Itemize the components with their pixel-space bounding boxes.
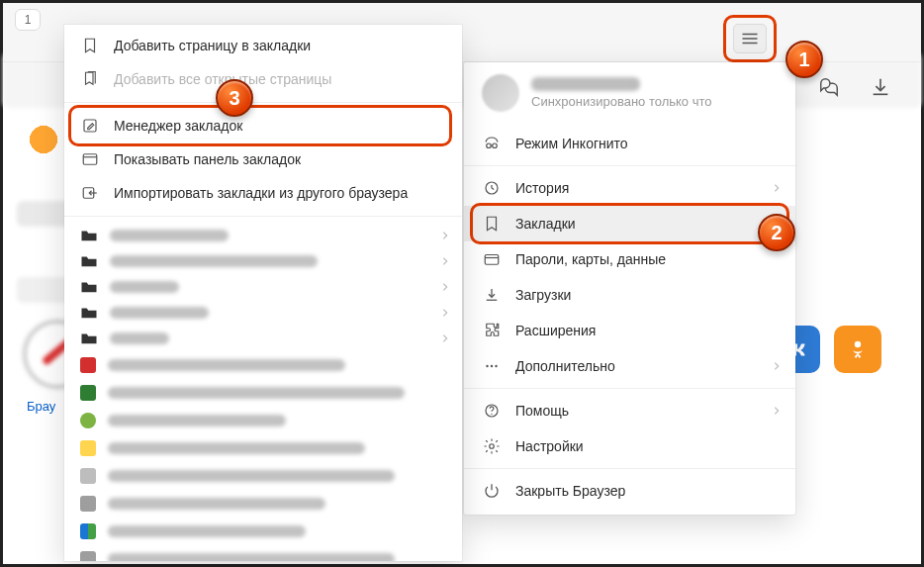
power-icon xyxy=(482,482,502,500)
bookmark-label xyxy=(108,442,365,454)
folder-icon xyxy=(80,306,98,320)
svg-point-19 xyxy=(491,414,492,415)
menu-settings[interactable]: Настройки xyxy=(464,428,795,464)
bookmark-item[interactable] xyxy=(64,407,462,434)
svg-point-10 xyxy=(855,341,861,347)
bookmark-label xyxy=(108,387,405,399)
menu-incognito[interactable]: Режим Инкогнито xyxy=(464,126,795,161)
menu-close-browser[interactable]: Закрыть Браузер xyxy=(464,473,795,509)
bookmark-label xyxy=(108,553,395,561)
menu-label: Расширения xyxy=(515,323,596,338)
folder-label xyxy=(110,332,169,344)
svg-point-20 xyxy=(490,444,495,449)
bookmark-item[interactable] xyxy=(64,351,462,379)
chevron-right-icon xyxy=(440,331,450,346)
submenu-label: Импортировать закладки из другого браузе… xyxy=(114,185,408,201)
user-name xyxy=(531,77,640,91)
chevron-right-icon xyxy=(440,253,450,269)
menu-label: Загрузки xyxy=(515,287,571,303)
favicon-icon xyxy=(80,468,96,484)
chevron-right-icon xyxy=(440,279,450,295)
bookmark-item[interactable] xyxy=(64,545,462,561)
callout-frame-1 xyxy=(723,15,777,62)
menu-more[interactable]: Дополнительно xyxy=(464,348,795,384)
bookmark-folder[interactable] xyxy=(64,248,462,274)
feedback-icon[interactable] xyxy=(818,76,840,98)
callout-badge-1: 1 xyxy=(785,41,823,78)
chevron-right-icon xyxy=(772,358,782,374)
menu-history[interactable]: История xyxy=(464,170,795,206)
menu-label: Закладки xyxy=(515,216,576,232)
svg-point-15 xyxy=(486,365,488,367)
favicon-icon xyxy=(80,385,96,401)
user-profile-row[interactable]: Синхронизировано только что xyxy=(464,62,795,126)
svg-point-11 xyxy=(487,143,492,148)
submenu-label: Менеджер закладок xyxy=(114,118,242,134)
bookmark-folder[interactable] xyxy=(64,300,462,326)
edit-box-icon xyxy=(80,117,100,135)
menu-label: История xyxy=(515,180,569,196)
downloads-toolbar-icon[interactable] xyxy=(870,76,891,98)
bookmark-item[interactable] xyxy=(64,462,462,490)
svg-rect-22 xyxy=(83,154,97,165)
submenu-import[interactable]: Импортировать закладки из другого браузе… xyxy=(64,176,462,210)
bookmark-item[interactable] xyxy=(64,518,462,545)
folder-icon xyxy=(80,229,98,242)
chevron-right-icon xyxy=(440,228,450,243)
menu-label: Дополнительно xyxy=(515,358,615,374)
bookmarks-submenu: Добавить страницу в закладки Добавить вс… xyxy=(64,25,462,561)
ok-shortcut[interactable] xyxy=(834,326,881,373)
bookmark-label xyxy=(108,498,325,510)
folder-label xyxy=(110,230,229,241)
favicon-icon xyxy=(80,551,96,561)
submenu-show-bar[interactable]: Показывать панель закладок xyxy=(64,142,462,176)
menu-label: Помощь xyxy=(515,403,569,419)
svg-point-12 xyxy=(493,143,498,148)
svg-rect-14 xyxy=(485,255,499,265)
menu-downloads[interactable]: Загрузки xyxy=(464,277,795,313)
submenu-add-all: Добавить все открытые страницы xyxy=(64,62,462,96)
bookmark-item[interactable] xyxy=(64,490,462,518)
panel-icon xyxy=(80,150,100,168)
main-menu: Синхронизировано только что Режим Инкогн… xyxy=(464,62,795,515)
callout-badge-3: 3 xyxy=(216,79,253,117)
site-favicon xyxy=(27,123,60,156)
bookmark-folder[interactable] xyxy=(64,326,462,351)
bookmark-item[interactable] xyxy=(64,434,462,462)
bookmark-item[interactable] xyxy=(64,379,462,407)
bookmark-icon xyxy=(482,215,502,233)
menu-passwords[interactable]: Пароли, карты, данные xyxy=(464,241,795,277)
sync-status: Синхронизировано только что xyxy=(531,94,712,109)
submenu-bookmark-manager[interactable]: Менеджер закладок xyxy=(64,109,462,142)
favicon-icon xyxy=(80,496,96,512)
bookmark-folder[interactable] xyxy=(64,274,462,300)
svg-point-16 xyxy=(491,365,493,367)
gear-icon xyxy=(482,437,502,455)
bookmark-label xyxy=(108,359,345,371)
folder-label xyxy=(110,255,318,267)
bookmark-label xyxy=(108,525,306,537)
menu-bookmarks[interactable]: Закладки xyxy=(464,206,795,241)
menu-extensions[interactable]: Расширения xyxy=(464,313,795,348)
import-icon xyxy=(80,184,100,202)
folder-label xyxy=(110,281,179,293)
favicon-icon xyxy=(80,440,96,456)
menu-label: Пароли, карты, данные xyxy=(515,251,666,267)
chevron-right-icon xyxy=(772,403,782,419)
menu-help[interactable]: Помощь xyxy=(464,393,795,428)
bookmark-folder[interactable] xyxy=(64,223,462,248)
chevron-right-icon xyxy=(772,180,782,196)
favicon-icon xyxy=(80,357,96,373)
history-icon xyxy=(482,179,502,197)
tab-counter[interactable]: 1 xyxy=(15,9,41,31)
folder-icon xyxy=(80,254,98,268)
bookmark-label xyxy=(108,470,395,482)
favicon-icon xyxy=(80,413,96,428)
folder-label xyxy=(110,307,209,319)
avatar xyxy=(482,74,519,112)
submenu-add-page[interactable]: Добавить страницу в закладки xyxy=(64,29,462,62)
menu-label: Режим Инкогнито xyxy=(515,136,628,151)
svg-point-17 xyxy=(495,365,497,367)
download-icon xyxy=(482,286,502,304)
menu-label: Закрыть Браузер xyxy=(515,483,625,499)
